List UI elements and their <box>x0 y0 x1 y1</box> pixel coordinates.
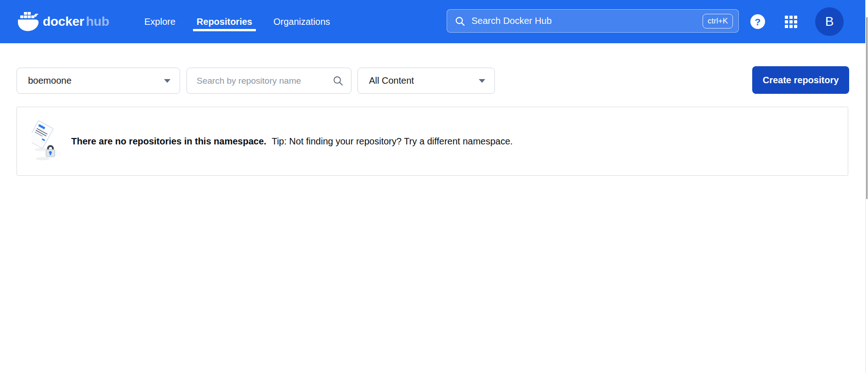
content-filter-value: All Content <box>369 75 414 86</box>
grid-dot <box>794 20 797 23</box>
docker-hub-logo[interactable]: dockerhub <box>17 0 109 43</box>
question-mark-icon: ? <box>755 17 761 27</box>
page-scrollbar-thumb[interactable] <box>866 17 868 199</box>
repository-search-field[interactable] <box>187 68 352 94</box>
primary-nav: Explore Repositories Organizations <box>144 0 330 43</box>
empty-state-message: There are no repositories in this namesp… <box>71 136 513 147</box>
brand-hub: hub <box>86 14 109 29</box>
brand-docker: docker <box>43 14 84 29</box>
grid-dot <box>794 16 797 19</box>
grid-dot <box>785 25 788 28</box>
grid-dot <box>785 20 788 23</box>
search-shortcut-badge: ctrl+K <box>703 14 733 29</box>
page-scrollbar-track[interactable] <box>865 0 868 373</box>
avatar-letter: B <box>825 15 834 28</box>
search-icon <box>454 16 465 27</box>
chevron-down-icon <box>164 79 170 83</box>
namespace-select-value: boemoone <box>28 75 72 86</box>
search-icon <box>332 75 344 86</box>
grid-dot <box>785 16 788 19</box>
namespace-select[interactable]: boemoone <box>17 68 180 94</box>
empty-state-title: There are no repositories in this namesp… <box>71 136 267 146</box>
chevron-down-icon <box>479 79 485 83</box>
empty-namespace-card: There are no repositories in this namesp… <box>17 107 848 176</box>
grid-dot <box>789 16 793 19</box>
top-navbar: dockerhub Explore Repositories Organizat… <box>0 0 865 43</box>
repository-search-input[interactable] <box>197 76 328 86</box>
nav-repositories[interactable]: Repositories <box>197 17 252 27</box>
user-avatar[interactable]: B <box>815 7 844 36</box>
nav-organizations[interactable]: Organizations <box>273 17 330 27</box>
content-filter-select[interactable]: All Content <box>357 68 495 94</box>
grid-dot <box>794 25 797 28</box>
global-search-input[interactable] <box>471 16 697 26</box>
global-search-bar[interactable]: ctrl+K <box>447 9 739 33</box>
grid-dot <box>789 20 793 23</box>
nav-explore[interactable]: Explore <box>144 17 176 27</box>
grid-dot <box>789 25 793 28</box>
apps-grid-icon[interactable] <box>785 16 797 28</box>
locked-repository-icon <box>32 120 59 162</box>
help-button[interactable]: ? <box>750 14 765 29</box>
create-repository-button[interactable]: Create repository <box>752 66 849 94</box>
brand-wordmark: dockerhub <box>43 15 109 28</box>
empty-state-tip: Tip: Not finding your repository? Try a … <box>272 136 513 146</box>
docker-whale-icon <box>17 12 39 32</box>
